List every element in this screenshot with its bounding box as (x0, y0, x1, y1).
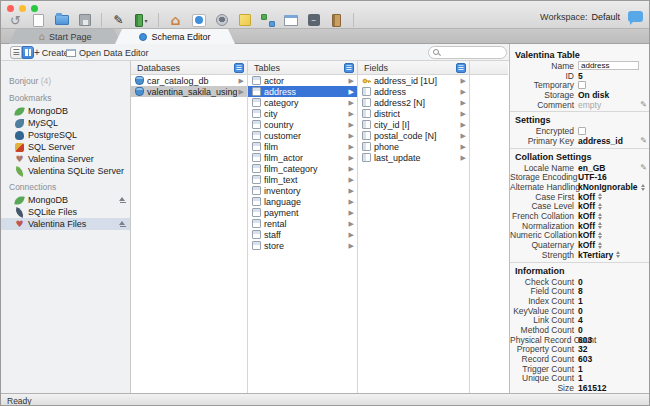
list-item-phone[interactable]: phone▶ (358, 141, 469, 152)
list-item-address[interactable]: address▶ (248, 86, 357, 97)
list-item-last-update[interactable]: last_update▶ (358, 152, 469, 163)
sql-note-icon[interactable] (236, 12, 253, 28)
list-item-address[interactable]: address▶ (358, 86, 469, 97)
property-row-primary-key: Primary Keyaddress_id✎ (510, 136, 650, 146)
sidebar-item-valentina-sqlite-server[interactable]: Valentina SQLite Server (1, 165, 130, 177)
property-row-physical-record-count: Physical Record Count603 (510, 335, 650, 345)
list-item-valentina-sakila-using-foreign-key[interactable]: valentina_sakila_using_foreign_key▶ (131, 86, 247, 97)
list-item-actor[interactable]: actor▶ (248, 75, 357, 86)
report-icon[interactable] (328, 12, 345, 28)
list-item-label: payment (264, 208, 299, 218)
eject-icon[interactable] (119, 197, 126, 204)
list-item-district[interactable]: district▶ (358, 108, 469, 119)
chevron-right-icon: ▶ (459, 121, 466, 129)
list-item-film[interactable]: film▶ (248, 141, 357, 152)
encrypted-checkbox[interactable] (578, 127, 586, 135)
eject-icon[interactable] (119, 221, 126, 228)
workspace-value[interactable]: Default (591, 12, 620, 22)
table-icon (252, 98, 261, 107)
stepper-icon[interactable] (598, 213, 602, 220)
chevron-right-icon: ▶ (347, 99, 354, 107)
tab-schema-editor[interactable]: Schema Editor (115, 29, 235, 44)
stepper-icon[interactable] (598, 232, 602, 239)
stepper-icon[interactable] (598, 222, 602, 229)
column-options-badge[interactable]: ☰ (234, 63, 244, 73)
server-admin-icon[interactable] (213, 12, 230, 28)
diagram-icon[interactable] (259, 12, 276, 28)
open-folder-icon[interactable] (53, 12, 70, 28)
sidebar-item-mongodb[interactable]: MongoDB (1, 194, 130, 206)
sql-console-icon[interactable]: ~ (305, 12, 322, 28)
schema-editor-icon[interactable] (190, 12, 207, 28)
stepper-icon[interactable] (598, 203, 602, 210)
open-data-editor-button[interactable]: Open Data Editor (66, 46, 149, 59)
browser-column-tables: Tables☰actor▶address▶category▶city▶count… (248, 61, 358, 393)
case-first-value[interactable]: kOff (578, 192, 595, 202)
sidebar-item-valentina-server[interactable]: ♥Valentina Server (1, 153, 130, 165)
list-item-inventory[interactable]: inventory▶ (248, 185, 357, 196)
sidebar-item-postgresql[interactable]: PostgreSQL (1, 129, 130, 141)
chevron-right-icon: ▶ (459, 88, 466, 96)
name-input[interactable]: address (578, 61, 639, 70)
stepper-icon[interactable] (598, 242, 602, 249)
list-item-film-actor[interactable]: film_actor▶ (248, 152, 357, 163)
list-item-staff[interactable]: staff▶ (248, 229, 357, 240)
list-item-language[interactable]: language▶ (248, 196, 357, 207)
list-item-postal-code-n[interactable]: postal_code [N]▶ (358, 130, 469, 141)
list-view-button[interactable]: ☰ (10, 46, 22, 59)
browser-column-databases: Databases☰car_catalog_db▶valentina_sakil… (131, 61, 248, 393)
list-item-category[interactable]: category▶ (248, 97, 357, 108)
sidebar-item-sqlite-files[interactable]: SQLite Files (1, 206, 130, 218)
column-options-badge[interactable]: ☰ (456, 63, 466, 73)
list-item-customer[interactable]: customer▶ (248, 130, 357, 141)
list-item-address-id-1u[interactable]: address_id [1U]▶ (358, 75, 469, 86)
list-item-payment[interactable]: payment▶ (248, 207, 357, 218)
column-options-badge[interactable]: ☰ (344, 63, 354, 73)
stepper-icon[interactable] (598, 193, 602, 200)
normalization-value[interactable]: kOff (578, 221, 595, 231)
feedback-chat-icon[interactable] (628, 11, 643, 22)
keyvalue-count-value: 0 (578, 306, 583, 316)
edit-pencil-icon[interactable]: ✎ (640, 100, 647, 110)
tab-start-page[interactable]: ⌂ Start Page (9, 29, 121, 44)
numeric-collation-value[interactable]: kOff (578, 230, 595, 240)
list-item-car-catalog-db[interactable]: car_catalog_db▶ (131, 75, 247, 86)
toolbar-separator (101, 13, 102, 27)
data-window-icon[interactable] (282, 12, 299, 28)
property-count-value: 32 (578, 344, 587, 354)
property-row-index-count: Index Count1 (510, 296, 650, 306)
save-icon[interactable] (76, 12, 93, 28)
search-input[interactable] (443, 48, 501, 57)
sidebar-item-mongodb[interactable]: MongoDB (1, 105, 130, 117)
stepper-icon[interactable] (641, 184, 645, 191)
sidebar-item-mysql[interactable]: MySQL (1, 117, 130, 129)
columns-view-button[interactable] (22, 46, 34, 59)
alternate-handling-value[interactable]: kNonIgnorable (578, 182, 638, 192)
list-item-film-category[interactable]: film_category▶ (248, 163, 357, 174)
edit-pencil-icon[interactable]: ✎ (640, 136, 647, 146)
case-level-value[interactable]: kOff (578, 201, 595, 211)
french-collation-value[interactable]: kOff (578, 211, 595, 221)
list-item-film-text[interactable]: film_text▶ (248, 174, 357, 185)
list-item-rental[interactable]: rental▶ (248, 218, 357, 229)
sidebar-item-valentina-files[interactable]: ♥Valentina Files (1, 218, 130, 230)
undo-icon[interactable]: ↺ (7, 12, 24, 28)
list-item-country[interactable]: country▶ (248, 119, 357, 130)
list-item-city[interactable]: city▶ (248, 108, 357, 119)
stepper-icon[interactable] (616, 251, 620, 258)
list-item-city-id-i[interactable]: city_id [I]▶ (358, 119, 469, 130)
list-item-store[interactable]: store▶ (248, 240, 357, 251)
home-icon[interactable]: ⌂ (167, 12, 184, 28)
sqlite-files-icon (14, 206, 25, 217)
list-item-address2-n[interactable]: address2 [N]▶ (358, 97, 469, 108)
new-document-icon[interactable] (30, 12, 47, 28)
strength-value[interactable]: kTertiary (578, 250, 613, 260)
sidebar-item-sql-server[interactable]: SQL Server (1, 141, 130, 153)
quaternary-value[interactable]: kOff (578, 240, 595, 250)
pen-icon[interactable]: ✎ (110, 12, 127, 28)
temporary-checkbox[interactable] (578, 81, 586, 89)
edit-pencil-icon[interactable]: ✎ (640, 163, 647, 173)
column-header: Databases☰ (131, 61, 247, 75)
database-book-icon[interactable]: ▾ (133, 12, 150, 28)
table-icon (252, 219, 261, 228)
